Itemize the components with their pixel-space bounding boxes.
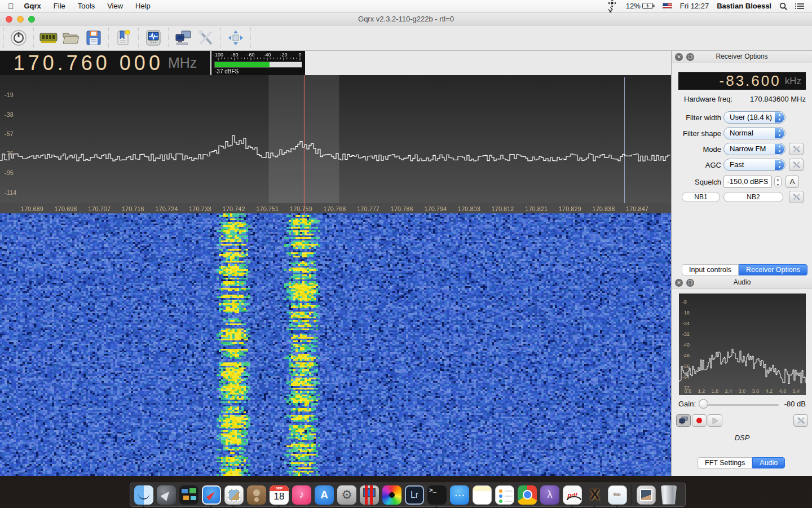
dock-downloads-icon[interactable]: [636, 485, 656, 505]
nb1-button[interactable]: NB1: [682, 192, 720, 202]
dock-color-wheel-icon[interactable]: [382, 485, 402, 505]
battery-icon: [642, 3, 655, 9]
dock-texshop-icon[interactable]: [607, 485, 628, 505]
move-icon[interactable]: [608, 0, 618, 7]
audio-panel-title: Audio: [672, 278, 812, 286]
audio-record-button[interactable]: [692, 414, 707, 427]
receiver-tabset: Input controlsReceiver Options: [682, 264, 807, 275]
fullscreen-button[interactable]: [224, 27, 247, 49]
dock-messages-icon[interactable]: [449, 485, 470, 505]
dock-notes-icon[interactable]: [472, 485, 492, 505]
apple-menu-icon[interactable]: : [8, 2, 14, 11]
iq-recorder-button[interactable]: [142, 27, 165, 49]
dock-reminders-icon[interactable]: [495, 485, 515, 505]
frequency-display[interactable]: 170.760 000 MHz: [0, 51, 210, 75]
audio-stream-button[interactable]: [676, 414, 691, 427]
agc-options-button[interactable]: [789, 159, 804, 171]
audio-options-button[interactable]: [793, 414, 808, 427]
squelch-label: Squelch: [695, 178, 721, 186]
dock-trash-icon[interactable]: [659, 485, 679, 505]
dsp-status-label: DSP: [672, 433, 812, 442]
gain-label: Gain:: [678, 400, 696, 408]
combo-stepper-icon[interactable]: ▲▼: [775, 128, 784, 138]
toolbar-separator: [138, 28, 139, 47]
mode-options-button[interactable]: [789, 143, 804, 155]
battery-status[interactable]: 12%: [626, 2, 655, 10]
spectrum-plot[interactable]: [0, 75, 671, 213]
dock: SEP18Lr>_pdf: [130, 483, 686, 507]
remote-control-button[interactable]: [172, 27, 195, 49]
dock-contacts-icon[interactable]: [246, 485, 267, 505]
mode-combobox[interactable]: Narrow FM▲▼: [723, 143, 785, 155]
combo-stepper-icon[interactable]: ▲▼: [775, 144, 784, 154]
combo-stepper-icon[interactable]: ▲▼: [775, 160, 784, 170]
nb2-button[interactable]: NB2: [723, 192, 783, 202]
waterfall-plot[interactable]: [0, 213, 671, 476]
menu-item-file[interactable]: File: [54, 2, 65, 10]
filter-width-combobox[interactable]: User (18.4 k)▲▼: [723, 111, 785, 124]
toolbar-separator: [168, 28, 169, 47]
menu-clock[interactable]: Fri 12:27: [680, 2, 709, 10]
bottom-tab-fft-settings[interactable]: FFT Settings: [698, 457, 752, 468]
audio-play-button[interactable]: [708, 414, 722, 427]
nb-options-button[interactable]: [789, 191, 804, 203]
dock-terminal-icon[interactable]: >_: [427, 485, 447, 505]
squelch-auto-button[interactable]: A: [785, 176, 799, 188]
frequency-strip: 170.760 000 MHz: [0, 51, 671, 75]
row-filter-shape: Filter shapeNormal▲▼: [672, 127, 812, 141]
toolbar-separator: [3, 28, 4, 47]
audio-spectrum-plot: [679, 294, 806, 395]
row-mode: ModeNarrow FM▲▼: [672, 143, 812, 156]
bottom-tab-audio[interactable]: Audio: [752, 457, 785, 468]
dock-pdf-reader-icon[interactable]: pdf: [562, 485, 582, 505]
dock-lightroom-icon[interactable]: Lr: [404, 485, 425, 505]
receiver-options-header: ✕ ❐ Receiver Options: [672, 51, 812, 63]
window-title-bar[interactable]: Gqrx v2.3.2-110-g222b - rtl=0: [0, 12, 812, 25]
dock-virtual-machine-icon[interactable]: [359, 485, 379, 505]
input-language-flag[interactable]: [663, 3, 672, 9]
combo-stepper-icon[interactable]: ▲▼: [775, 112, 784, 122]
dock-mission-control-icon[interactable]: [179, 485, 199, 505]
dock-system-preferences-icon[interactable]: [337, 485, 357, 505]
fast-user-switch[interactable]: Bastian Bloessl: [717, 2, 771, 10]
menu-item-view[interactable]: View: [107, 2, 123, 10]
menu-item-tools[interactable]: Tools: [78, 2, 95, 10]
dock-mail-icon[interactable]: [224, 485, 244, 505]
io-devices-button[interactable]: [37, 27, 60, 49]
gain-slider-knob[interactable]: [699, 399, 708, 409]
dsp-tools-button[interactable]: [195, 27, 217, 49]
frequency-value[interactable]: 170.760 000: [14, 51, 164, 75]
panel-tab-receiver-options[interactable]: Receiver Options: [739, 264, 807, 275]
dock-finder-icon[interactable]: [134, 485, 154, 505]
mode-label: Mode: [703, 145, 721, 154]
dock-emacs-icon[interactable]: [540, 485, 560, 505]
dock-launchpad-icon[interactable]: [156, 485, 176, 505]
offset-frequency-display[interactable]: -83.600 kHz: [678, 72, 806, 90]
power-button[interactable]: [7, 27, 30, 49]
right-dock-panel: ✕ ❐ Receiver Options -83.600 kHz Hardwar…: [671, 51, 812, 476]
filter-shape-combobox[interactable]: Normal▲▼: [723, 127, 785, 139]
dock-calendar-icon[interactable]: SEP18: [269, 485, 289, 505]
dock-safari-icon[interactable]: [201, 485, 222, 505]
squelch-field[interactable]: -150,0 dBFS: [723, 176, 772, 188]
dock-xquartz-icon[interactable]: [585, 485, 605, 505]
bookmarks-button[interactable]: [112, 27, 135, 49]
app-menu-title[interactable]: Gqrx: [24, 2, 41, 10]
gain-value: -80 dB: [784, 400, 806, 408]
gain-slider-track[interactable]: [704, 404, 779, 406]
offset-unit: kHz: [785, 76, 801, 87]
save-settings-button[interactable]: [82, 27, 105, 49]
dock-chrome-icon[interactable]: [517, 485, 537, 505]
notification-center-icon[interactable]: [795, 3, 804, 10]
agc-combobox[interactable]: Fast▲▼: [723, 159, 785, 171]
panel-tab-input-controls[interactable]: Input controls: [682, 264, 739, 275]
spotlight-search-icon[interactable]: [779, 2, 787, 10]
offset-value[interactable]: -83.600: [720, 72, 781, 90]
squelch-stepper[interactable]: ▲▼: [774, 176, 782, 187]
dock-itunes-icon[interactable]: [292, 485, 312, 505]
menu-item-help[interactable]: Help: [135, 2, 151, 10]
audio-header: ✕ ❐ Audio: [672, 277, 812, 289]
load-settings-button[interactable]: [60, 27, 82, 49]
row-squelch: Squelch-150,0 dBFS▲▼A: [672, 176, 812, 189]
dock-app-store-icon[interactable]: [314, 485, 334, 505]
